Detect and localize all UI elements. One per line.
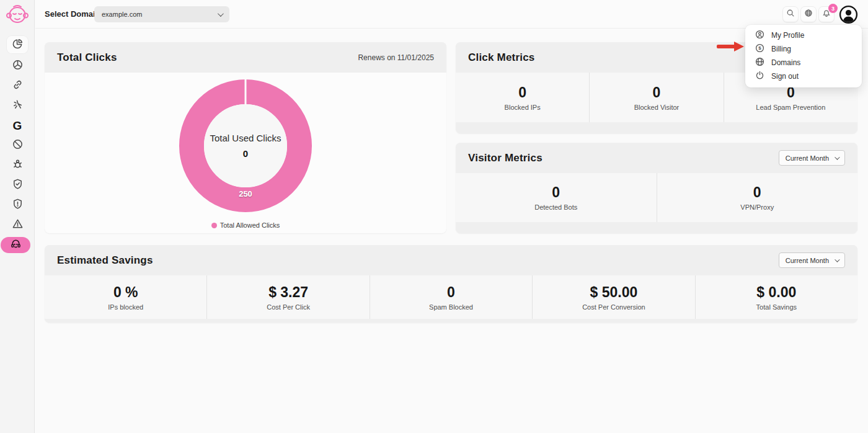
sidebar-item-google-ads[interactable]: G [7,118,28,133]
menu-item-label: Billing [771,45,791,53]
metric-detected-bots: 0 Detected Bots [456,173,657,222]
sidebar-item-automation[interactable] [7,98,28,113]
red-arrow-tail [717,45,735,48]
metric-label: Detected Bots [534,203,577,211]
metric-label: Total Savings [756,303,797,311]
topbar: Select Domain example.com 3 [35,0,868,29]
period-value: Current Month [786,154,829,162]
shield-check-icon [12,178,24,192]
metric-blocked-ips: 0 Blocked IPs [456,73,590,122]
sidebar-item-bots[interactable] [7,158,28,172]
card-title: Total Clicks [57,51,117,64]
search-icon [786,9,795,20]
metric-label: VPN/Proxy [740,203,774,211]
headset-icon [10,238,22,252]
donut-center-value: 0 [243,148,248,159]
chevron-down-icon [835,257,839,262]
legend-dot-icon [211,223,217,228]
sidebar-item-warnings[interactable] [7,217,28,232]
menu-item-sign-out[interactable]: Sign out [745,69,862,83]
user-avatar-button[interactable] [839,5,858,24]
legend-label: Total Allowed Clicks [220,221,280,229]
metric-vpn-proxy: 0 VPN/Proxy [657,173,858,222]
card-title: Estimated Savings [57,254,153,267]
period-dropdown[interactable]: Current Month [779,150,845,166]
period-dropdown[interactable]: Current Month [779,252,845,268]
sidebar: G [0,0,35,433]
dashboard-page: G Select Domain example.c [0,0,868,433]
domain-select-value: example.com [102,11,218,18]
metric-label: Lead Spam Prevention [756,104,825,111]
menu-item-domains[interactable]: Domains [745,56,862,69]
total-clicks-card: Total Clicks Renews on 11/01/2025 Total … [45,42,446,233]
svg-text:$: $ [758,45,761,51]
estimated-savings-header: Estimated Savings Current Month [45,245,857,275]
menu-item-label: Sign out [771,72,799,81]
total-clicks-body: Total Used Clicks 0 250 Total Allowed Cl… [45,73,446,233]
notification-badge: 3 [828,4,838,13]
sidebar-item-protection[interactable] [7,177,28,192]
metric-cost-per-conversion: $ 50.00 Cost Per Conversion [533,275,695,319]
metric-value: $ 3.27 [268,284,308,301]
brand-logo[interactable] [5,3,30,25]
sidebar-item-alerts[interactable] [7,197,28,212]
sidebar-item-blocked[interactable] [7,138,28,153]
metric-value: 0 [518,84,526,101]
sidebar-item-links[interactable] [7,78,28,93]
estimated-savings-row: 0 % IPs blocked $ 3.27 Cost Per Click 0 … [45,275,857,319]
warning-triangle-icon [12,218,24,232]
total-clicks-header: Total Clicks Renews on 11/01/2025 [45,42,446,73]
estimated-savings-card: Estimated Savings Current Month 0 % IPs … [45,245,857,323]
block-icon [12,138,24,153]
search-button[interactable] [782,6,799,22]
gauge-icon [12,59,24,73]
card-title: Visitor Metrics [468,152,542,164]
power-icon [755,71,764,83]
metric-value: $ 0.00 [756,284,796,301]
red-arrow-head [734,42,744,51]
card-footer [45,319,857,323]
red-arrow-annotation [717,42,745,51]
chevron-down-icon [218,11,224,17]
sidebar-item-dashboard[interactable] [7,36,28,53]
visitor-metrics-card: Visitor Metrics Current Month 0 Detected… [456,143,857,233]
pie-chart-icon [12,38,24,52]
globe-icon [804,9,813,20]
bot-icon [12,158,24,172]
language-button[interactable] [800,6,817,22]
donut-chart[interactable]: Total Used Clicks 0 250 [179,79,312,213]
donut-ring-value: 250 [239,189,252,199]
menu-item-label: Domains [771,58,800,67]
visitor-metrics-header: Visitor Metrics Current Month [456,143,857,173]
menu-item-label: My Profile [771,31,804,40]
metric-value: 0 [552,184,560,201]
donut-center-label: Total Used Clicks [210,133,281,143]
shield-alert-icon [12,198,24,212]
user-circle-icon [755,30,764,42]
dollar-circle-icon: $ [755,43,764,55]
sidebar-item-reports[interactable] [7,58,28,73]
card-footer [456,122,857,133]
google-icon: G [13,120,22,132]
menu-item-billing[interactable]: $ Billing [745,42,862,56]
metric-label: Blocked IPs [505,104,541,111]
metric-label: Blocked Visitor [634,104,680,111]
sidebar-nav: G [0,36,35,253]
metric-ips-blocked: 0 % IPs blocked [45,275,207,319]
metric-total-savings: $ 0.00 Total Savings [696,275,857,319]
metric-value: 0 [447,284,455,301]
chevron-down-icon [835,154,839,159]
metric-cost-per-click: $ 3.27 Cost Per Click [207,275,370,319]
user-menu: My Profile $ Billing Domains Sign out [745,25,862,87]
visitor-metrics-row: 0 Detected Bots 0 VPN/Proxy [456,173,857,222]
link-icon [12,79,24,93]
metric-value: 0 [753,184,761,201]
metric-value: 0 [653,84,661,101]
metric-spam-blocked: 0 Spam Blocked [370,275,533,319]
menu-item-my-profile[interactable]: My Profile [745,29,862,42]
sparkle-icon [12,99,24,113]
period-value: Current Month [786,257,829,264]
domain-select[interactable]: example.com [94,6,229,22]
select-domain-label: Select Domain [45,9,100,19]
sidebar-item-support[interactable] [1,237,30,253]
